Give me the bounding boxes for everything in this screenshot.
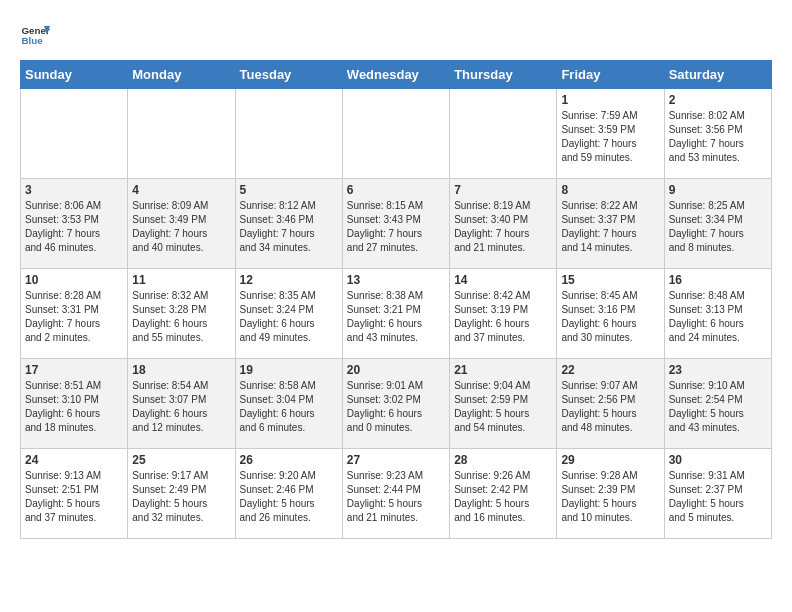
calendar-cell: 16Sunrise: 8:48 AM Sunset: 3:13 PM Dayli… — [664, 269, 771, 359]
calendar-cell: 24Sunrise: 9:13 AM Sunset: 2:51 PM Dayli… — [21, 449, 128, 539]
day-info: Sunrise: 8:25 AM Sunset: 3:34 PM Dayligh… — [669, 199, 767, 255]
header-wednesday: Wednesday — [342, 61, 449, 89]
calendar-cell — [21, 89, 128, 179]
day-info: Sunrise: 9:28 AM Sunset: 2:39 PM Dayligh… — [561, 469, 659, 525]
day-number: 20 — [347, 363, 445, 377]
svg-text:Blue: Blue — [22, 35, 44, 46]
header-tuesday: Tuesday — [235, 61, 342, 89]
day-number: 17 — [25, 363, 123, 377]
calendar-cell: 4Sunrise: 8:09 AM Sunset: 3:49 PM Daylig… — [128, 179, 235, 269]
week-row-2: 10Sunrise: 8:28 AM Sunset: 3:31 PM Dayli… — [21, 269, 772, 359]
day-info: Sunrise: 8:48 AM Sunset: 3:13 PM Dayligh… — [669, 289, 767, 345]
day-info: Sunrise: 9:26 AM Sunset: 2:42 PM Dayligh… — [454, 469, 552, 525]
day-info: Sunrise: 9:31 AM Sunset: 2:37 PM Dayligh… — [669, 469, 767, 525]
day-number: 16 — [669, 273, 767, 287]
day-info: Sunrise: 9:13 AM Sunset: 2:51 PM Dayligh… — [25, 469, 123, 525]
day-number: 7 — [454, 183, 552, 197]
header-thursday: Thursday — [450, 61, 557, 89]
calendar-cell: 18Sunrise: 8:54 AM Sunset: 3:07 PM Dayli… — [128, 359, 235, 449]
calendar-cell: 27Sunrise: 9:23 AM Sunset: 2:44 PM Dayli… — [342, 449, 449, 539]
logo: General Blue — [20, 20, 54, 50]
calendar-cell: 9Sunrise: 8:25 AM Sunset: 3:34 PM Daylig… — [664, 179, 771, 269]
day-info: Sunrise: 9:20 AM Sunset: 2:46 PM Dayligh… — [240, 469, 338, 525]
calendar-cell: 19Sunrise: 8:58 AM Sunset: 3:04 PM Dayli… — [235, 359, 342, 449]
day-number: 22 — [561, 363, 659, 377]
day-number: 11 — [132, 273, 230, 287]
day-number: 8 — [561, 183, 659, 197]
calendar-cell: 21Sunrise: 9:04 AM Sunset: 2:59 PM Dayli… — [450, 359, 557, 449]
day-info: Sunrise: 8:06 AM Sunset: 3:53 PM Dayligh… — [25, 199, 123, 255]
calendar-cell: 5Sunrise: 8:12 AM Sunset: 3:46 PM Daylig… — [235, 179, 342, 269]
calendar-cell: 22Sunrise: 9:07 AM Sunset: 2:56 PM Dayli… — [557, 359, 664, 449]
header: General Blue — [20, 20, 772, 50]
calendar-cell: 2Sunrise: 8:02 AM Sunset: 3:56 PM Daylig… — [664, 89, 771, 179]
calendar-header-row: SundayMondayTuesdayWednesdayThursdayFrid… — [21, 61, 772, 89]
calendar-cell: 25Sunrise: 9:17 AM Sunset: 2:49 PM Dayli… — [128, 449, 235, 539]
day-info: Sunrise: 8:45 AM Sunset: 3:16 PM Dayligh… — [561, 289, 659, 345]
calendar-cell: 26Sunrise: 9:20 AM Sunset: 2:46 PM Dayli… — [235, 449, 342, 539]
day-info: Sunrise: 9:01 AM Sunset: 3:02 PM Dayligh… — [347, 379, 445, 435]
day-info: Sunrise: 8:02 AM Sunset: 3:56 PM Dayligh… — [669, 109, 767, 165]
day-number: 2 — [669, 93, 767, 107]
day-number: 19 — [240, 363, 338, 377]
day-info: Sunrise: 8:51 AM Sunset: 3:10 PM Dayligh… — [25, 379, 123, 435]
calendar-cell: 29Sunrise: 9:28 AM Sunset: 2:39 PM Dayli… — [557, 449, 664, 539]
day-number: 10 — [25, 273, 123, 287]
header-sunday: Sunday — [21, 61, 128, 89]
calendar-cell: 28Sunrise: 9:26 AM Sunset: 2:42 PM Dayli… — [450, 449, 557, 539]
day-number: 4 — [132, 183, 230, 197]
header-saturday: Saturday — [664, 61, 771, 89]
calendar-cell — [450, 89, 557, 179]
week-row-0: 1Sunrise: 7:59 AM Sunset: 3:59 PM Daylig… — [21, 89, 772, 179]
calendar-cell: 20Sunrise: 9:01 AM Sunset: 3:02 PM Dayli… — [342, 359, 449, 449]
day-info: Sunrise: 8:38 AM Sunset: 3:21 PM Dayligh… — [347, 289, 445, 345]
day-number: 24 — [25, 453, 123, 467]
day-number: 21 — [454, 363, 552, 377]
day-number: 6 — [347, 183, 445, 197]
day-number: 28 — [454, 453, 552, 467]
calendar-cell: 13Sunrise: 8:38 AM Sunset: 3:21 PM Dayli… — [342, 269, 449, 359]
day-info: Sunrise: 9:17 AM Sunset: 2:49 PM Dayligh… — [132, 469, 230, 525]
day-number: 23 — [669, 363, 767, 377]
day-info: Sunrise: 8:19 AM Sunset: 3:40 PM Dayligh… — [454, 199, 552, 255]
calendar-cell: 10Sunrise: 8:28 AM Sunset: 3:31 PM Dayli… — [21, 269, 128, 359]
day-info: Sunrise: 8:15 AM Sunset: 3:43 PM Dayligh… — [347, 199, 445, 255]
day-info: Sunrise: 8:54 AM Sunset: 3:07 PM Dayligh… — [132, 379, 230, 435]
calendar-cell: 30Sunrise: 9:31 AM Sunset: 2:37 PM Dayli… — [664, 449, 771, 539]
calendar-cell: 11Sunrise: 8:32 AM Sunset: 3:28 PM Dayli… — [128, 269, 235, 359]
day-number: 30 — [669, 453, 767, 467]
day-info: Sunrise: 8:35 AM Sunset: 3:24 PM Dayligh… — [240, 289, 338, 345]
day-number: 12 — [240, 273, 338, 287]
day-info: Sunrise: 8:09 AM Sunset: 3:49 PM Dayligh… — [132, 199, 230, 255]
day-number: 13 — [347, 273, 445, 287]
calendar-cell: 3Sunrise: 8:06 AM Sunset: 3:53 PM Daylig… — [21, 179, 128, 269]
day-info: Sunrise: 9:04 AM Sunset: 2:59 PM Dayligh… — [454, 379, 552, 435]
day-number: 1 — [561, 93, 659, 107]
day-number: 26 — [240, 453, 338, 467]
calendar-cell: 6Sunrise: 8:15 AM Sunset: 3:43 PM Daylig… — [342, 179, 449, 269]
day-number: 18 — [132, 363, 230, 377]
calendar-cell — [235, 89, 342, 179]
day-number: 25 — [132, 453, 230, 467]
header-monday: Monday — [128, 61, 235, 89]
day-number: 27 — [347, 453, 445, 467]
header-friday: Friday — [557, 61, 664, 89]
calendar-table: SundayMondayTuesdayWednesdayThursdayFrid… — [20, 60, 772, 539]
day-info: Sunrise: 9:10 AM Sunset: 2:54 PM Dayligh… — [669, 379, 767, 435]
day-info: Sunrise: 9:23 AM Sunset: 2:44 PM Dayligh… — [347, 469, 445, 525]
day-number: 3 — [25, 183, 123, 197]
calendar-cell: 15Sunrise: 8:45 AM Sunset: 3:16 PM Dayli… — [557, 269, 664, 359]
logo-icon: General Blue — [20, 20, 50, 50]
calendar-cell — [342, 89, 449, 179]
week-row-3: 17Sunrise: 8:51 AM Sunset: 3:10 PM Dayli… — [21, 359, 772, 449]
day-info: Sunrise: 8:58 AM Sunset: 3:04 PM Dayligh… — [240, 379, 338, 435]
calendar-cell — [128, 89, 235, 179]
calendar-cell: 23Sunrise: 9:10 AM Sunset: 2:54 PM Dayli… — [664, 359, 771, 449]
day-info: Sunrise: 8:12 AM Sunset: 3:46 PM Dayligh… — [240, 199, 338, 255]
week-row-4: 24Sunrise: 9:13 AM Sunset: 2:51 PM Dayli… — [21, 449, 772, 539]
day-info: Sunrise: 8:32 AM Sunset: 3:28 PM Dayligh… — [132, 289, 230, 345]
day-number: 9 — [669, 183, 767, 197]
calendar-cell: 7Sunrise: 8:19 AM Sunset: 3:40 PM Daylig… — [450, 179, 557, 269]
calendar-cell: 1Sunrise: 7:59 AM Sunset: 3:59 PM Daylig… — [557, 89, 664, 179]
calendar-cell: 17Sunrise: 8:51 AM Sunset: 3:10 PM Dayli… — [21, 359, 128, 449]
